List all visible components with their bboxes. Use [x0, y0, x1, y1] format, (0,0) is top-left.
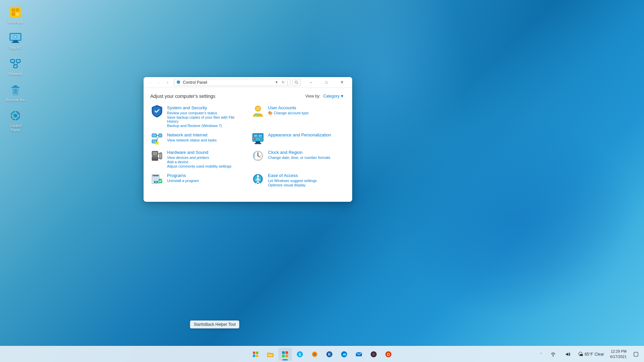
weather-area[interactable]: 🌤 65°F Clear [576, 351, 606, 357]
address-refresh-button[interactable]: ↻ [280, 79, 286, 85]
recycle-bin-icon [9, 83, 22, 97]
start-button[interactable] [249, 348, 262, 361]
skype-button[interactable]: S [293, 348, 307, 361]
office-button[interactable]: O [382, 348, 395, 361]
desktop-icon-network[interactable]: Network [3, 55, 28, 78]
network-internet-link-1[interactable]: View network status and tasks [167, 138, 245, 142]
hardware-sound-title[interactable]: Hardware and Sound [167, 150, 208, 155]
maximize-button[interactable]: □ [319, 77, 334, 88]
desktop-icon-this-pc[interactable]: This PC [3, 29, 28, 52]
view-by-value: Category [323, 94, 339, 99]
search-box[interactable] [292, 79, 301, 86]
ease-access-link-2[interactable]: Optimize visual display [268, 183, 345, 187]
hardware-sound-link-1[interactable]: View devices and printers [167, 156, 245, 160]
svg-point-26 [13, 114, 17, 118]
back-button[interactable]: ← [146, 78, 154, 86]
address-actions: ▼ ↻ | [273, 79, 288, 85]
weather-temp: 65°F [585, 352, 593, 357]
hardware-sound-link-2[interactable]: Add a device [167, 160, 245, 164]
keepass-button[interactable]: K [323, 348, 336, 361]
search-icon [294, 80, 299, 84]
notification-button[interactable] [631, 349, 641, 360]
address-dropdown-button[interactable]: ▼ [273, 79, 279, 85]
svg-point-58 [254, 138, 256, 140]
programs-title[interactable]: Programs [167, 173, 186, 178]
view-by-button[interactable]: Category ▼ [322, 93, 345, 99]
category-ease-access[interactable]: Ease of Access Let Windows suggest setti… [251, 172, 345, 187]
category-network-internet[interactable]: Network and Internet View network status… [150, 132, 245, 145]
clock-region-content: Clock and Region Change date, time, or n… [268, 149, 345, 160]
system-security-link-3[interactable]: Backup and Restore (Windows 7) [167, 124, 245, 128]
svg-point-59 [257, 138, 259, 140]
close-button[interactable]: ✕ [334, 77, 350, 88]
desktop-icon-area: SkinPack This PC [3, 3, 28, 134]
clock-area[interactable]: 12:29 PM 6/17/2021 [607, 349, 629, 359]
svg-rect-88 [155, 182, 157, 182]
title-bar: ← → ↑ Control Panel ▼ ↻ | [144, 77, 352, 88]
category-user-accounts[interactable]: User Accounts 🎨 Change account type [251, 105, 345, 128]
svg-rect-104 [282, 351, 285, 354]
system-security-link-1[interactable]: Review your computer's status [167, 111, 245, 115]
desktop-icon-recycle-bin[interactable]: Recycle Bin [3, 81, 28, 104]
category-clock-region[interactable]: Clock and Region Change date, time, or n… [251, 149, 345, 168]
clock-region-title[interactable]: Clock and Region [268, 150, 303, 155]
clock-region-link-1[interactable]: Change date, time, or number formats [268, 156, 345, 160]
system-security-title[interactable]: System and Security [167, 105, 207, 110]
ease-access-content: Ease of Access Let Windows suggest setti… [268, 172, 345, 187]
svg-point-32 [17, 112, 19, 114]
skinpack-label: SkinPack [8, 20, 23, 24]
desktop-icon-skinpack[interactable]: SkinPack [3, 3, 28, 26]
category-programs[interactable]: Programs Uninstall a program [150, 172, 245, 187]
category-hardware-sound[interactable]: Hardware and Sound View devices and prin… [150, 149, 245, 168]
svg-rect-62 [255, 143, 261, 144]
ease-access-icon [251, 172, 265, 186]
ease-access-link-1[interactable]: Let Windows suggest settings [268, 179, 345, 183]
svg-rect-66 [153, 157, 155, 159]
svg-line-39 [297, 83, 299, 84]
weather-icon: 🌤 [578, 351, 583, 357]
file-explorer-button[interactable] [264, 348, 277, 361]
view-by-label: View by: [305, 94, 320, 99]
svg-rect-48 [159, 134, 162, 137]
ease-access-title[interactable]: Ease of Access [268, 173, 298, 178]
tray-expand-button[interactable]: ⌃ [540, 352, 542, 356]
view-by-area: View by: Category ▼ [305, 93, 345, 99]
window-controls: − □ ✕ [303, 77, 350, 88]
clock-region-icon [251, 149, 265, 163]
forward-button[interactable]: → [155, 78, 163, 86]
svg-point-76 [258, 156, 259, 157]
up-button[interactable]: ↑ [164, 78, 172, 86]
control-panel-taskbar-button[interactable] [278, 348, 292, 361]
volume-tray-icon[interactable] [561, 348, 575, 361]
obs-button[interactable] [367, 348, 380, 361]
svg-point-10 [14, 36, 16, 38]
svg-rect-16 [11, 60, 14, 62]
svg-rect-106 [282, 355, 285, 357]
hardware-sound-link-3[interactable]: Adjust commonly used mobility settings [167, 164, 245, 168]
category-appearance[interactable]: Appearance and Personalization [251, 132, 345, 145]
svg-rect-2 [16, 8, 19, 12]
user-accounts-link-1[interactable]: 🎨 Change account type [268, 111, 345, 115]
this-pc-icon [9, 31, 22, 45]
programs-link-1[interactable]: Uninstall a program [167, 179, 245, 183]
mail-button[interactable] [352, 348, 366, 361]
view-by-chevron: ▼ [340, 94, 344, 99]
desktop-icon-control-panel[interactable]: Control Panel [3, 107, 28, 134]
appearance-content: Appearance and Personalization [268, 132, 345, 138]
svg-line-14 [12, 63, 15, 65]
minimize-button[interactable]: − [303, 77, 319, 88]
firefox-button[interactable] [308, 348, 321, 361]
network-tray-icon[interactable] [546, 348, 560, 361]
edge-button[interactable] [337, 348, 351, 361]
network-internet-title[interactable]: Network and Internet [167, 132, 208, 137]
category-system-security[interactable]: System and Security Review your computer… [150, 105, 245, 128]
svg-rect-100 [253, 355, 255, 357]
content-title: Adjust your computer's settings [150, 94, 215, 99]
svg-rect-0 [10, 7, 21, 17]
user-accounts-title[interactable]: User Accounts [268, 105, 296, 110]
system-security-link-2[interactable]: Save backup copies of your files with Fi… [167, 115, 245, 123]
appearance-title[interactable]: Appearance and Personalization [268, 132, 331, 137]
svg-rect-1 [12, 8, 15, 12]
skinpack-icon [9, 5, 22, 19]
address-bar[interactable]: Control Panel ▼ ↻ | [174, 79, 290, 86]
